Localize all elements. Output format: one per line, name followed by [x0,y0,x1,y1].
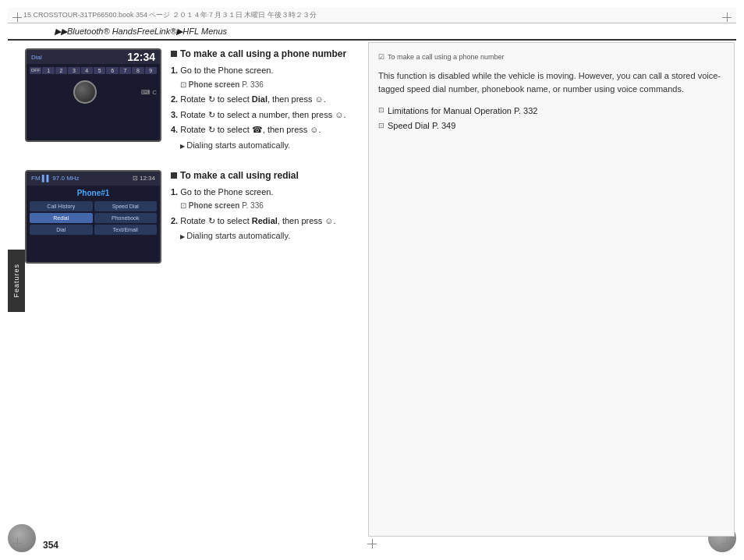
key-off: OFF [30,67,41,74]
key-1: 1 [42,67,54,74]
menu-text-email: Text/Email [94,225,158,235]
dial-screen-mockup: Dial 12:34 OFF 1 2 3 4 5 6 7 8 9 [25,48,161,142]
phone-contact-name: Phone#1 [30,189,157,197]
file-info-text: 15 CROSSTOUR-31TP66500.book 354 ページ ２０１４… [23,10,317,20]
cross-bl [12,538,22,548]
key-7: 7 [119,67,131,74]
link2-page: P. 349 [432,121,455,130]
note-check-text: To make a call using a phone number [388,52,505,63]
cross-tl [12,12,22,22]
phone-screen-mockup: FM ▌▌ 97.0 MHz ⊡ 12:34 Phone#1 Call Hist… [25,170,161,264]
cross-bottom-center [367,539,377,548]
step1-3: 3. Rotate ↻ to select a number, then pre… [171,108,360,122]
file-info-bar: 15 CROSSTOUR-31TP66500.book 354 ページ ２０１４… [8,8,736,23]
section1-title-text: To make a call using a phone number [180,48,346,59]
screen2-presets: ⊡ 12:34 [133,175,155,182]
section2-title-text: To make a call using redial [180,170,299,181]
link2-text: Speed Dial P. 349 [388,119,455,133]
screen1-label: Dial [31,54,42,61]
menu-call-history: Call History [30,201,93,211]
step2-auto: Dialing starts automatically. [171,229,360,243]
menu-speed-dial: Speed Dial [94,201,158,211]
left-column: Dial 12:34 OFF 1 2 3 4 5 6 7 8 9 [25,42,360,537]
cross-br [722,538,732,548]
phone-number-instructions: To make a call using a phone number 1. G… [171,48,360,154]
screen1-time: 12:34 [127,51,155,63]
menu-phonebook: Phonebook [94,213,158,223]
note-check-title: ☑ To make a call using a phone number [378,52,725,63]
dial-hint: ⌨ C [141,89,157,96]
link1-arrow: ⊡ [378,105,384,116]
section2-steps: 1. Go to the Phone screen. ⊡ Phone scree… [171,186,360,243]
page-number: 354 [43,540,58,551]
breadcrumb-text: ▶▶Bluetooth® HandsFreeLink®▶HFL Menus [55,27,227,37]
note-body-text: This function is disabled while the vehi… [378,69,725,97]
key-5: 5 [94,67,105,74]
section1-bullet [171,51,177,57]
section-phone-number: Dial 12:34 OFF 1 2 3 4 5 6 7 8 9 [25,48,360,154]
dial-knob [73,80,97,104]
bottom-center-cross [367,539,377,548]
dial-screen-content: OFF 1 2 3 4 5 6 7 8 9 ⌨ C [27,64,160,110]
cross-tr [722,12,732,22]
link2-bold: Speed Dial [388,121,430,130]
section2-bullet [171,172,177,179]
redial-instructions: To make a call using redial 1. Go to the… [171,170,360,245]
step2-1-link: ⊡ Phone screen P. 336 [171,201,264,210]
phone-screen-content: Phone#1 Call History Speed Dial Redial P… [27,186,160,238]
note-box: ☑ To make a call using a phone number Th… [368,42,735,537]
step1-1-link: ⊡ Phone screen P. 336 [171,80,264,89]
step2-2: 2. Rotate ↻ to select Redial, then press… [171,214,360,229]
link1-text: Limitations for Manual Operation P. 332 [388,105,537,118]
dial-keypad: OFF 1 2 3 4 5 6 7 8 9 [30,67,157,74]
screen2-station: FM ▌▌ 97.0 MHz [31,175,80,182]
step2-1: 1. Go to the Phone screen. ⊡ Phone scree… [171,186,360,213]
key-4: 4 [81,67,93,74]
note-link2: ⊡ Speed Dial P. 349 [378,119,725,133]
side-tab-label: Features [12,264,20,298]
key-9: 9 [145,67,157,74]
section2-title: To make a call using redial [171,170,360,181]
section1-steps: 1. Go to the Phone screen. ⊡ Phone scree… [171,64,360,153]
note-check-icon: ☑ [378,52,384,63]
note-link1: ⊡ Limitations for Manual Operation P. 33… [378,105,725,118]
key-8: 8 [132,67,143,74]
screen1-top-bar: Dial 12:34 [27,50,160,64]
link1-bold: Limitations for Manual Operation [388,106,512,115]
key-6: 6 [106,67,118,74]
section1-title: To make a call using a phone number [171,48,360,59]
key-3: 3 [68,67,80,74]
side-tab-features: Features [8,250,25,312]
phone-menu-grid: Call History Speed Dial Redial Phonebook… [30,201,157,235]
step1-2: 2. Rotate ↻ to select Dial, then press ☺… [171,93,360,107]
step1-1: 1. Go to the Phone screen. ⊡ Phone scree… [171,64,360,91]
menu-redial: Redial [30,213,93,223]
link1-page: P. 332 [514,106,537,115]
section-redial: FM ▌▌ 97.0 MHz ⊡ 12:34 Phone#1 Call Hist… [25,170,360,267]
step1-4: 4. Rotate ↻ to select ☎, then press ☺. [171,123,360,137]
screen2-top-bar: FM ▌▌ 97.0 MHz ⊡ 12:34 [27,172,160,186]
step1-auto: Dialing starts automatically. [171,139,360,153]
breadcrumb: ▶▶Bluetooth® HandsFreeLink®▶HFL Menus [8,23,736,41]
link2-arrow: ⊡ [378,121,384,132]
main-content: Dial 12:34 OFF 1 2 3 4 5 6 7 8 9 [25,42,735,537]
key-2: 2 [55,67,67,74]
menu-dial: Dial [30,225,93,235]
